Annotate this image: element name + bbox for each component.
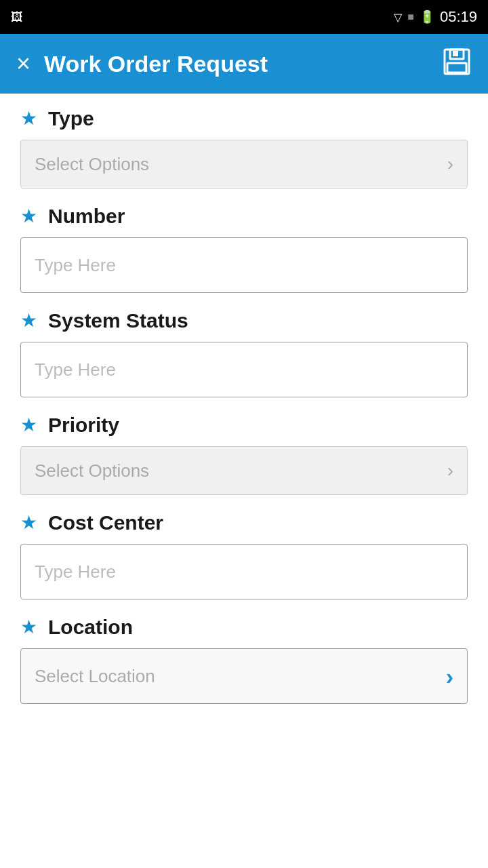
- type-placeholder: Select Options: [35, 154, 149, 175]
- save-button[interactable]: [442, 47, 472, 81]
- battery-icon: 🔋: [420, 9, 434, 24]
- status-bar-right: ▽ ■ 🔋 05:19: [394, 8, 477, 26]
- wifi-icon: ▽: [394, 11, 402, 24]
- cost-center-field-section: ★ Cost Center: [20, 511, 468, 599]
- type-required-icon: ★: [20, 109, 37, 128]
- priority-field-section: ★ Priority Select Options ›: [20, 414, 468, 495]
- location-required-icon: ★: [20, 618, 37, 637]
- location-select[interactable]: Select Location ›: [20, 648, 468, 704]
- number-required-icon: ★: [20, 207, 37, 226]
- form-content: ★ Type Select Options › ★ Number ★ Syste…: [0, 94, 488, 734]
- status-bar-left: 🖼: [11, 10, 23, 24]
- system-status-label-row: ★ System Status: [20, 309, 468, 332]
- close-button[interactable]: ×: [16, 52, 30, 76]
- system-status-label: System Status: [48, 309, 188, 332]
- type-select[interactable]: Select Options ›: [20, 140, 468, 189]
- number-label-row: ★ Number: [20, 205, 468, 228]
- priority-required-icon: ★: [20, 416, 37, 435]
- system-status-required-icon: ★: [20, 311, 37, 330]
- priority-chevron-icon: ›: [447, 460, 453, 481]
- cost-center-input[interactable]: [20, 544, 468, 599]
- priority-placeholder: Select Options: [35, 460, 149, 481]
- type-chevron-icon: ›: [447, 153, 453, 175]
- priority-label-row: ★ Priority: [20, 414, 468, 437]
- number-label: Number: [48, 205, 125, 228]
- page-title: Work Order Request: [44, 51, 268, 77]
- system-status-input[interactable]: [20, 342, 468, 397]
- status-time: 05:19: [440, 8, 477, 26]
- type-label: Type: [48, 107, 94, 130]
- svg-rect-2: [453, 51, 458, 56]
- svg-rect-3: [447, 63, 466, 73]
- priority-select[interactable]: Select Options ›: [20, 446, 468, 495]
- signal-icon: ■: [407, 11, 414, 23]
- location-placeholder: Select Location: [35, 666, 155, 687]
- number-field-section: ★ Number: [20, 205, 468, 293]
- save-icon: [442, 47, 472, 77]
- status-bar: 🖼 ▽ ■ 🔋 05:19: [0, 0, 488, 34]
- type-field-section: ★ Type Select Options ›: [20, 107, 468, 189]
- location-label: Location: [48, 616, 133, 639]
- header-left: × Work Order Request: [16, 51, 268, 77]
- location-chevron-icon: ›: [446, 663, 453, 690]
- app-header: × Work Order Request: [0, 34, 488, 94]
- number-input[interactable]: [20, 237, 468, 293]
- cost-center-label: Cost Center: [48, 511, 163, 534]
- image-icon: 🖼: [11, 10, 23, 24]
- system-status-field-section: ★ System Status: [20, 309, 468, 397]
- cost-center-label-row: ★ Cost Center: [20, 511, 468, 534]
- location-label-row: ★ Location: [20, 616, 468, 639]
- location-field-section: ★ Location Select Location ›: [20, 616, 468, 704]
- priority-label: Priority: [48, 414, 119, 437]
- type-label-row: ★ Type: [20, 107, 468, 130]
- cost-center-required-icon: ★: [20, 513, 37, 532]
